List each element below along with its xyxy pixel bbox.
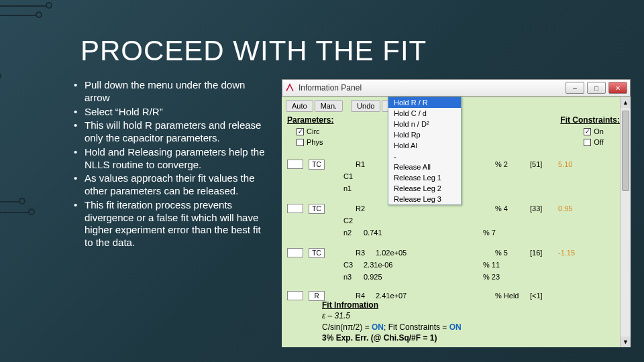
fit-information-footer: Fit Infromation ε – 31.5 C/sin(nπ/2) = O… [322, 300, 624, 343]
param-constraint-value: -1.15 [558, 249, 575, 257]
menu-item-release-leg2[interactable]: Release Leg 2 [388, 183, 461, 194]
param-pct: % 7 [483, 229, 513, 237]
block-type-tag: TC [309, 248, 325, 258]
menu-separator-text: - [388, 151, 461, 162]
row-checkbox[interactable] [287, 160, 303, 169]
bullet-item: Select “Hold R/R” [74, 106, 268, 119]
param-value: 1.02e+05 [376, 249, 417, 257]
menu-item-release-leg3[interactable]: Release Leg 3 [388, 194, 461, 204]
bullet-item: Pull down the menu under the down arrow [74, 79, 268, 105]
param-pct: % 2 [495, 160, 525, 168]
phys-checkbox[interactable]: Phys [297, 138, 323, 146]
param-constraint-value: 5.10 [558, 160, 572, 168]
slide-title: PROCEED WITH THE FIT [80, 35, 427, 67]
checkbox-label: Phys [307, 138, 323, 146]
checkbox-icon [584, 128, 591, 135]
slide: PROCEED WITH THE FIT Pull down the menu … [0, 0, 644, 362]
block-type-tag: TC [309, 160, 325, 170]
footer-heading: Fit Infromation [322, 300, 624, 310]
param-pct: % 4 [495, 204, 525, 213]
constraint-off-checkbox[interactable]: Off [584, 138, 604, 146]
param-name: R1 [356, 160, 370, 168]
menu-item-hold-rp[interactable]: Hold Rp [388, 129, 461, 140]
checkbox-icon [297, 128, 304, 135]
param-name: n1 [343, 184, 358, 192]
param-name: C2 [343, 217, 358, 225]
param-value: 2.31e-06 [364, 261, 405, 269]
footer-on-2: ON [449, 322, 462, 332]
scroll-up-icon[interactable]: ▲ [621, 97, 631, 108]
param-name: R2 [356, 204, 370, 213]
block-type-tag: R [309, 291, 325, 301]
window-title: Information Panel [299, 83, 362, 93]
bullet-item: As values approach their fit values the … [74, 172, 268, 198]
footer-on-1: ON [372, 322, 384, 332]
param-name: n2 [343, 229, 358, 237]
menu-item-hold-r[interactable]: Hold R / R [388, 97, 461, 108]
param-name: C1 [343, 172, 358, 180]
param-constraint-value: 0.95 [558, 204, 572, 213]
param-value: 0.925 [364, 273, 405, 281]
param-name: R3 [356, 249, 370, 257]
menu-item-release-leg1[interactable]: Release Leg 1 [388, 172, 461, 183]
param-block-3: TC R3 1.02e+05 % 5 [16] -1.15 C32.31e-06… [287, 247, 623, 283]
row-checkbox[interactable] [287, 248, 303, 257]
menu-item-hold-n[interactable]: Hold n / D² [388, 119, 461, 129]
param-pct: % 5 [495, 249, 525, 257]
minimize-button[interactable]: – [566, 82, 584, 94]
param-value: 2.41e+07 [376, 292, 417, 300]
bullet-item: Hold and Releasing parameters help the N… [74, 146, 268, 172]
information-panel-window: Information Panel – □ ✕ Auto Man. Undo R… [282, 79, 631, 347]
checkbox-label: On [594, 127, 604, 135]
bullet-item: This fit iteration process prevents dive… [74, 199, 268, 249]
panel-body: Parameters: Fit Constraints: Circ Phys O… [282, 115, 631, 347]
footer-line2-mid: ; Fit Constraints = [384, 322, 449, 332]
bullet-item: This will hold R parameters and release … [74, 119, 268, 145]
parameters-label: Parameters: [287, 115, 333, 125]
footer-line2-prefix: C/sin(nπ/2) = [322, 322, 372, 332]
param-extra: [<1] [530, 292, 553, 300]
toolbar-man-button[interactable]: Man. [315, 100, 343, 112]
checkbox-label: Off [594, 138, 603, 146]
param-name: R4 [356, 292, 370, 300]
menu-item-release-all[interactable]: Release All [388, 162, 461, 172]
toolbar-undo-button[interactable]: Undo [351, 100, 380, 112]
maximize-button[interactable]: □ [587, 82, 606, 94]
block-type-tag: TC [309, 204, 325, 214]
param-pct: % 11 [483, 261, 513, 269]
param-pct: % 23 [483, 273, 513, 281]
checkbox-icon [584, 139, 591, 146]
param-pct: % Held [495, 292, 525, 300]
checkbox-label: Circ [307, 127, 320, 135]
footer-line3: 3% Exp. Err. (@ Chi.Sq/#F = 1) [322, 333, 624, 343]
close-button[interactable]: ✕ [608, 82, 627, 94]
fit-constraints-label: Fit Constraints: [560, 115, 620, 125]
param-value: 0.741 [364, 229, 405, 237]
param-name: C3 [343, 261, 358, 269]
footer-line2: C/sin(nπ/2) = ON; Fit Constraints = ON [322, 322, 624, 333]
hold-release-menu[interactable]: Hold R / R Hold C / d Hold n / D² Hold R… [388, 97, 462, 205]
footer-epsilon: ε – 31.5 [322, 310, 624, 321]
app-icon [285, 83, 294, 93]
param-extra: [33] [530, 204, 553, 213]
toolbar-auto-button[interactable]: Auto [286, 100, 313, 112]
window-titlebar[interactable]: Information Panel – □ ✕ [282, 79, 631, 97]
constraint-on-checkbox[interactable]: On [584, 127, 604, 135]
menu-item-hold-al[interactable]: Hold Al [388, 140, 461, 151]
menu-item-hold-c[interactable]: Hold C / d [388, 108, 461, 119]
param-extra: [51] [530, 160, 553, 168]
param-name: n3 [343, 273, 358, 281]
checkbox-icon [297, 139, 304, 146]
bullet-list: Pull down the menu under the down arrow … [74, 79, 268, 251]
circ-checkbox[interactable]: Circ [297, 127, 323, 135]
param-block-2: TC R2 % 4 [33] 0.95 C2 n20.741% 7 [287, 202, 623, 239]
param-extra: [16] [530, 249, 553, 257]
row-checkbox[interactable] [287, 204, 303, 213]
row-checkbox[interactable] [287, 291, 303, 300]
